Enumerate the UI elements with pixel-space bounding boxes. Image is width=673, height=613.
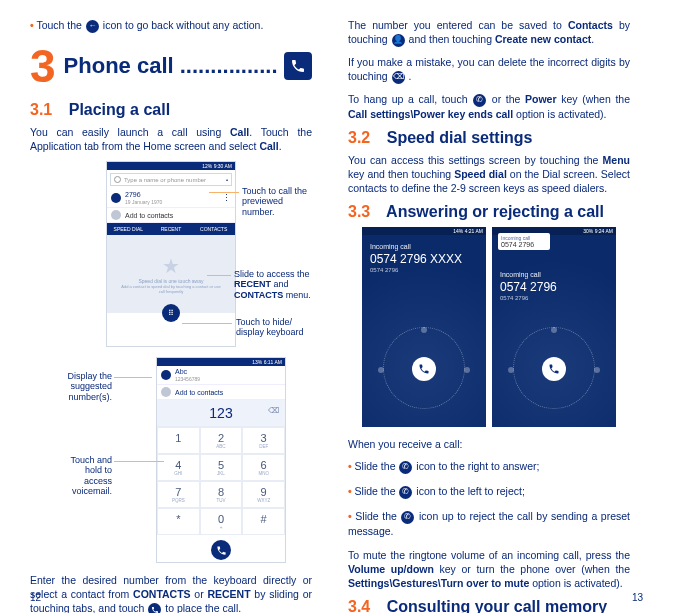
tab-speed-dial: SPEED DIAL <box>107 223 150 235</box>
incoming-number-1: 0574 2796 XXXX <box>370 252 486 266</box>
mu-c: key or turn the phone over (when the <box>434 563 630 575</box>
bullet-dot: • <box>30 19 34 31</box>
key-star: * <box>157 508 200 535</box>
sd-c: key and then touching <box>348 168 454 180</box>
slide-msg-icon: ✆ <box>401 511 414 524</box>
sec33-title: Answering or rejecting a call <box>386 203 604 220</box>
key-2: 2ABC <box>200 427 243 454</box>
callout-hide-text: Touch to hide/ display keyboard <box>236 317 304 337</box>
overflow-icon: ⋮ <box>222 193 231 203</box>
page-number-right: 13 <box>632 592 643 603</box>
bm-a: Slide the <box>355 510 400 522</box>
chapter-header: 3 Phone call ................ <box>30 43 312 89</box>
bullet-answer: • Slide the ✆ icon to the right to answe… <box>348 459 630 474</box>
answer-button-2 <box>542 357 566 381</box>
section-3-2-heading: 3.2 Speed dial settings <box>348 129 630 147</box>
mu-b: Volume up/down <box>348 563 434 575</box>
sec34-num: 3.4 <box>348 598 370 613</box>
cs1: Slide to access the <box>234 269 310 279</box>
sc-a: The number you entered can be saved to <box>348 19 568 31</box>
section-3-4-heading: 3.4 Consulting your call memory <box>348 598 630 613</box>
status-bar-3: 14% 4:21 AM <box>362 227 486 235</box>
keypad: 1 2ABC 3DEF 4GHI 5JKL 6MNO 7PQRS 8TUV 9W… <box>157 427 285 535</box>
avatar-icon-2 <box>161 370 171 380</box>
bullet-dot-2: • <box>348 460 352 472</box>
p-receive: When you receive a call: <box>348 437 630 451</box>
page-number-left: 12 <box>30 592 41 603</box>
br-b: icon to the left to reject; <box>413 485 524 497</box>
key-9: 9WXYZ <box>242 481 285 508</box>
status-bar: 12% 9:30 AM <box>107 162 235 170</box>
hu-e: Call settings\Power key ends call <box>348 108 513 120</box>
empty-sub: Add a contact to speed dial by touching … <box>107 284 235 294</box>
phone-icon <box>284 52 312 80</box>
sec34-title: Consulting your call memory <box>387 598 607 613</box>
sec31-title: Placing a call <box>69 101 170 118</box>
answer-dot-icon-2 <box>594 367 600 373</box>
cs4: CONTACTS <box>234 290 283 300</box>
section-3-3-heading: 3.3 Answering or rejecting a call <box>348 203 630 221</box>
add-icon <box>111 210 121 220</box>
typed-number: 123 ⌫ <box>157 400 285 427</box>
mu-a: To mute the ringtone volume of an incomi… <box>348 549 630 561</box>
screenshot-1-wrap: 12% 9:30 AM Type a name or phone number … <box>30 161 312 347</box>
slide-answer-icon: ✆ <box>399 461 412 474</box>
p-mistake: If you make a mistake, you can delete th… <box>348 55 630 84</box>
p-enter-number: Enter the desired number from the keyboa… <box>30 573 312 613</box>
pe-f: to place the call. <box>162 602 241 613</box>
bullet-dot-4: • <box>348 510 352 522</box>
callout-preview-text: Touch to call the previewed number. <box>242 186 307 217</box>
typed-val: 123 <box>209 405 232 421</box>
sec32-num: 3.2 <box>348 129 370 146</box>
tab-recent: RECENT <box>150 223 193 235</box>
sd-a: You can access this settings screen by t… <box>348 154 603 166</box>
incoming-screenshots: 14% 4:21 AM Incoming call 0574 2796 XXXX… <box>348 227 630 427</box>
dial-row <box>157 535 285 565</box>
screenshot-2: 13% 6:11 AM Abc 123456789 Add to contact… <box>156 357 286 563</box>
slide-reject-icon: ✆ <box>399 486 412 499</box>
sug-name: Abc <box>175 368 187 375</box>
tip-back-text-a: Touch the <box>36 19 84 31</box>
key-hash: # <box>242 508 285 535</box>
mu-d: Settings\Gestures\Turn over to mute <box>348 577 529 589</box>
key-0: 0+ <box>200 508 243 535</box>
search-bar: Type a name or phone number • <box>110 173 232 186</box>
mini-label: Incoming call <box>501 235 547 241</box>
tip-back: • Touch the ← icon to go back without an… <box>30 18 312 33</box>
screenshot-1: 12% 9:30 AM Type a name or phone number … <box>106 161 236 347</box>
key-3: 3DEF <box>242 427 285 454</box>
mic-icon: • <box>226 177 228 183</box>
bullet-msg: • Slide the ✆ icon up to reject the call… <box>348 509 630 538</box>
add-contact-icon: 👤 <box>392 34 405 47</box>
callout-slide: Slide to access the RECENT and CONTACTS … <box>234 269 318 300</box>
callout-preview: Touch to call the previewed number. <box>242 186 312 217</box>
bullet-reject: • Slide the ✆ icon to the left to reject… <box>348 484 630 499</box>
p-launch: You can easily launch a call using Call.… <box>30 125 312 153</box>
back-icon: ← <box>86 20 99 33</box>
mi-a: If you make a mistake, you can delete th… <box>348 56 630 82</box>
section-3-1-heading: 3.1 Placing a call <box>30 101 312 119</box>
key-1: 1 <box>157 427 200 454</box>
screenshot-2-wrap: 13% 6:11 AM Abc 123456789 Add to contact… <box>30 357 312 563</box>
add-contacts-label: Add to contacts <box>125 212 173 219</box>
p-hangup: To hang up a call, touch ✆ or the Power … <box>348 92 630 121</box>
incoming-number-2: 0574 2796 <box>500 280 616 294</box>
avatar-icon <box>111 193 121 203</box>
key-7: 7PQRS <box>157 481 200 508</box>
hu-a: To hang up a call, touch <box>348 93 472 105</box>
suggested-2: Abc 123456789 <box>157 366 285 385</box>
pe-d: RECENT <box>207 588 250 600</box>
hu-f: option is activated). <box>513 108 606 120</box>
key-5: 5JKL <box>200 454 243 481</box>
pl-a: You can easily launch a call using <box>30 126 230 138</box>
hu-b: or the <box>487 93 525 105</box>
tip-back-text-b: icon to go back without any action. <box>103 19 264 31</box>
sc-e: Create new contact <box>495 33 591 45</box>
key-6: 6MNO <box>242 454 285 481</box>
callout-voicemail: Touch and hold to access voicemail. <box>58 455 112 496</box>
hu-c: Power <box>525 93 557 105</box>
left-column: • Touch the ← icon to go back without an… <box>30 18 312 613</box>
sec32-title: Speed dial settings <box>387 129 533 146</box>
backspace-icon: ⌫ <box>268 406 279 415</box>
hu-d: key (when the <box>557 93 630 105</box>
